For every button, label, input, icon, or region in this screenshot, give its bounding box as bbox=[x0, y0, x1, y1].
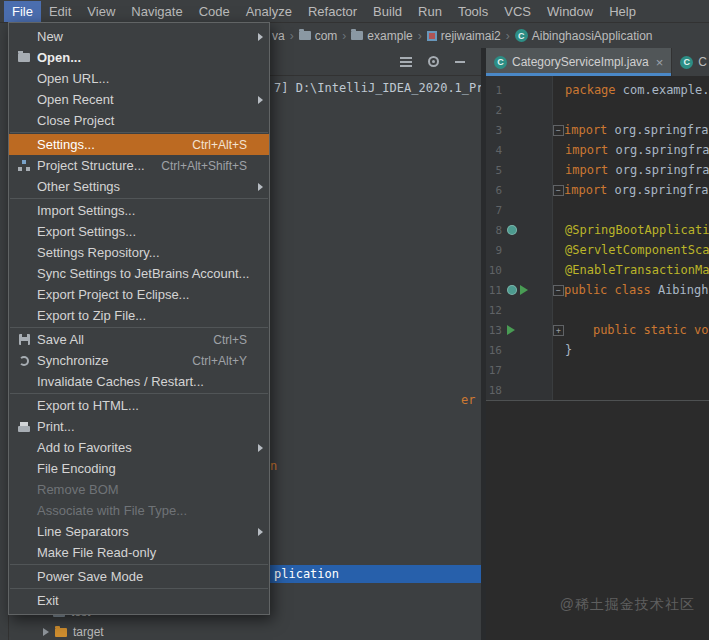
menu-item-sync-settings-to-jetbrains-account[interactable]: Sync Settings to JetBrains Account... bbox=[9, 263, 269, 284]
menubar-item-window[interactable]: Window bbox=[539, 1, 601, 22]
code-token: public class bbox=[564, 283, 658, 297]
editor-tabs: CCategoryServiceImpl.java×CC bbox=[486, 48, 709, 77]
menu-item-synchronize[interactable]: SynchronizeCtrl+Alt+Y bbox=[9, 350, 269, 371]
menubar-item-view[interactable]: View bbox=[79, 1, 123, 22]
fold-minus-icon[interactable]: − bbox=[553, 125, 564, 136]
editor-tab-c[interactable]: CC bbox=[672, 48, 709, 76]
menu-item-export-to-zip-file[interactable]: Export to Zip File... bbox=[9, 305, 269, 326]
menubar-item-navigate[interactable]: Navigate bbox=[123, 1, 190, 22]
gutter-icon-slot bbox=[507, 225, 551, 235]
menubar-item-refactor[interactable]: Refactor bbox=[300, 1, 365, 22]
breadcrumb-item-com[interactable]: com bbox=[297, 28, 340, 44]
breadcrumb-label: rejiwaimai2 bbox=[441, 29, 501, 43]
gutter-bean-icon[interactable] bbox=[507, 225, 517, 235]
scroll-settings-icon[interactable] bbox=[400, 57, 412, 67]
line-number: 11 bbox=[486, 284, 502, 297]
gutter-icon-slot bbox=[507, 285, 551, 295]
menubar-item-analyze[interactable]: Analyze bbox=[238, 1, 300, 22]
menu-item-open-recent[interactable]: Open Recent bbox=[9, 89, 269, 110]
run-selection-label: plication bbox=[274, 567, 339, 581]
menu-item-power-save-mode[interactable]: Power Save Mode bbox=[9, 566, 269, 587]
menu-icon-slot bbox=[15, 461, 33, 477]
menu-icon-slot bbox=[15, 29, 33, 45]
sync-icon bbox=[19, 356, 29, 366]
menu-item-print[interactable]: Print... bbox=[9, 416, 269, 437]
menu-item-label: Export Settings... bbox=[37, 224, 136, 239]
editor-tab-categoryserviceimpl-java[interactable]: CCategoryServiceImpl.java× bbox=[486, 48, 672, 76]
tab-label: C bbox=[698, 55, 707, 69]
menu-item-add-to-favorites[interactable]: Add to Favorites bbox=[9, 437, 269, 458]
code-editor[interactable]: 1package com.example.r23−import org.spri… bbox=[486, 76, 709, 640]
menu-item-invalidate-caches-restart[interactable]: Invalidate Caches / Restart... bbox=[9, 371, 269, 392]
tab-close-icon[interactable]: × bbox=[656, 55, 664, 70]
menubar-item-code[interactable]: Code bbox=[191, 1, 238, 22]
menu-item-exit[interactable]: Exit bbox=[9, 590, 269, 611]
menu-shortcut: Ctrl+Alt+Y bbox=[192, 354, 247, 368]
menu-item-label: Invalidate Caches / Restart... bbox=[37, 374, 204, 389]
tree-item-target[interactable]: target bbox=[9, 622, 271, 640]
breadcrumb-item-va[interactable]: va bbox=[270, 28, 287, 44]
gutter-run-icon[interactable] bbox=[507, 325, 515, 335]
code-token: import bbox=[564, 183, 615, 197]
gutter-bean-icon[interactable] bbox=[507, 285, 517, 295]
editor-bottom-divider bbox=[486, 400, 709, 401]
menu-item-label: Make File Read-only bbox=[37, 545, 156, 560]
code-token: @SpringBootApplicatio bbox=[565, 223, 709, 237]
breadcrumb-item-example[interactable]: example bbox=[349, 28, 414, 44]
menu-item-open[interactable]: Open... bbox=[9, 47, 269, 68]
editor-line: 16} bbox=[486, 340, 709, 360]
fold-minus-icon[interactable]: − bbox=[553, 185, 564, 196]
menu-item-export-project-to-eclipse[interactable]: Export Project to Eclipse... bbox=[9, 284, 269, 305]
menu-icon-slot bbox=[15, 266, 33, 282]
menubar-item-help[interactable]: Help bbox=[601, 1, 644, 22]
fold-minus-icon[interactable]: − bbox=[553, 285, 564, 296]
menu-item-label: Synchronize bbox=[37, 353, 109, 368]
menu-item-settings-repository[interactable]: Settings Repository... bbox=[9, 242, 269, 263]
open-icon bbox=[18, 53, 30, 62]
submenu-arrow-icon bbox=[253, 33, 263, 41]
menubar-item-build[interactable]: Build bbox=[365, 1, 410, 22]
menu-item-open-url[interactable]: Open URL... bbox=[9, 68, 269, 89]
code-token: import bbox=[565, 143, 616, 157]
menu-item-new[interactable]: New bbox=[9, 26, 269, 47]
menu-item-label: Export to HTML... bbox=[37, 398, 139, 413]
breadcrumb-separator: › bbox=[506, 29, 510, 43]
menu-item-project-structure[interactable]: Project Structure...Ctrl+Alt+Shift+S bbox=[9, 155, 269, 176]
menu-icon-slot bbox=[15, 203, 33, 219]
menu-item-make-file-read-only[interactable]: Make File Read-only bbox=[9, 542, 269, 563]
fold-plus-icon[interactable]: + bbox=[553, 325, 564, 336]
menu-item-import-settings[interactable]: Import Settings... bbox=[9, 200, 269, 221]
code-text: @ServletComponentSca bbox=[565, 243, 709, 257]
menu-item-label: New bbox=[37, 29, 63, 44]
gear-icon[interactable] bbox=[428, 56, 439, 67]
code-token: org.springfra bbox=[616, 163, 709, 177]
chevron-right-icon[interactable] bbox=[43, 628, 49, 636]
menubar-item-vcs[interactable]: VCS bbox=[496, 1, 539, 22]
menu-item-associate-with-file-type[interactable]: Associate with File Type... bbox=[9, 500, 269, 521]
menu-item-other-settings[interactable]: Other Settings bbox=[9, 176, 269, 197]
gutter-run-icon[interactable] bbox=[520, 285, 528, 295]
menu-item-settings[interactable]: Settings...Ctrl+Alt+S bbox=[9, 134, 269, 155]
menubar-item-run[interactable]: Run bbox=[410, 1, 450, 22]
menubar-item-tools[interactable]: Tools bbox=[450, 1, 496, 22]
tree-label: target bbox=[73, 625, 104, 639]
menu-item-export-settings[interactable]: Export Settings... bbox=[9, 221, 269, 242]
menu-icon-slot bbox=[15, 545, 33, 561]
hide-icon[interactable] bbox=[455, 61, 465, 63]
menu-item-export-to-html[interactable]: Export to HTML... bbox=[9, 395, 269, 416]
menu-item-file-encoding[interactable]: File Encoding bbox=[9, 458, 269, 479]
menu-item-remove-bom[interactable]: Remove BOM bbox=[9, 479, 269, 500]
line-number: 17 bbox=[486, 364, 502, 377]
breadcrumb-item-aibinghaosiapplication[interactable]: CAibinghaosiApplication bbox=[513, 28, 655, 44]
menu-item-save-all[interactable]: Save AllCtrl+S bbox=[9, 329, 269, 350]
menu-item-label: Settings... bbox=[37, 137, 95, 152]
menubar-item-edit[interactable]: Edit bbox=[41, 1, 79, 22]
code-text: } bbox=[565, 343, 572, 357]
console-path-text: 7] D:\IntelliJ_IDEA_2020.1_Project\20 bbox=[274, 81, 481, 95]
console-fragment: n bbox=[270, 459, 277, 473]
editor-line: 8@SpringBootApplicatio bbox=[486, 220, 709, 240]
breadcrumb-item-rejiwaimai2[interactable]: rejiwaimai2 bbox=[425, 28, 503, 44]
menubar-item-file[interactable]: File bbox=[4, 1, 41, 22]
menu-item-line-separators[interactable]: Line Separators bbox=[9, 521, 269, 542]
menu-item-close-project[interactable]: Close Project bbox=[9, 110, 269, 131]
